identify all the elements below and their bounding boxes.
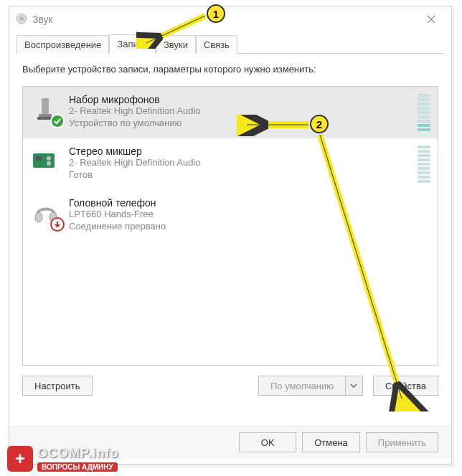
watermark-plus-icon: + xyxy=(7,446,33,472)
svg-point-9 xyxy=(35,212,42,222)
device-driver: 2- Realtek High Definition Audio xyxy=(69,157,412,169)
tab-playback[interactable]: Воспроизведение xyxy=(16,35,109,54)
svg-rect-6 xyxy=(36,156,42,161)
tab-recording[interactable]: Запись xyxy=(109,34,156,54)
svg-rect-3 xyxy=(39,114,52,117)
disconnected-badge-icon xyxy=(50,217,65,232)
device-buttons-row: Настроить По умолчанию Свойства xyxy=(22,376,438,396)
device-name: Головной телефон xyxy=(69,197,430,209)
device-name: Набор микрофонов xyxy=(69,94,412,105)
apply-button[interactable]: Применить xyxy=(366,432,438,452)
device-item-stereo-mix[interactable]: Стерео микшер 2- Realtek High Definition… xyxy=(23,138,438,190)
svg-point-8 xyxy=(47,161,51,166)
device-driver: 2- Realtek High Definition Audio xyxy=(69,105,412,118)
close-button[interactable] xyxy=(417,9,446,29)
instruction-text: Выберите устройство записи, параметры ко… xyxy=(22,64,438,75)
device-list: Набор микрофонов 2- Realtek High Definit… xyxy=(22,86,438,366)
sound-card-icon xyxy=(30,146,62,177)
svg-point-1 xyxy=(19,16,24,21)
annotation-badge-2: 2 xyxy=(310,115,329,133)
tab-content: Выберите устройство записи, параметры ко… xyxy=(9,54,451,404)
sound-settings-window: Звук Воспроизведение Запись Звуки Связь … xyxy=(9,6,452,465)
watermark-main: OCOMP.info xyxy=(37,446,119,461)
titlebar: Звук xyxy=(9,6,451,32)
device-status: Готов xyxy=(69,169,412,181)
device-item-headset[interactable]: Головной телефон LPT660 Hands-Free Соеди… xyxy=(23,190,438,240)
svg-point-7 xyxy=(47,156,51,161)
device-status: Устройство по умолчанию xyxy=(69,118,412,130)
tab-communications[interactable]: Связь xyxy=(196,35,237,54)
svg-rect-2 xyxy=(42,98,49,114)
tab-sounds[interactable]: Звуки xyxy=(156,35,196,54)
set-default-dropdown-icon[interactable] xyxy=(346,376,363,396)
mic-array-icon xyxy=(30,94,62,125)
level-meter xyxy=(418,94,430,131)
tab-row: Воспроизведение Запись Звуки Связь xyxy=(9,32,451,54)
set-default-button[interactable]: По умолчанию xyxy=(258,376,346,396)
speaker-icon xyxy=(15,12,28,27)
configure-button[interactable]: Настроить xyxy=(22,376,93,396)
watermark-sub: ВОПРОСЫ АДМИНУ xyxy=(37,462,118,472)
level-meter xyxy=(418,146,430,183)
ok-button[interactable]: OK xyxy=(239,432,296,452)
device-driver: LPT660 Hands-Free xyxy=(69,209,430,221)
cancel-button[interactable]: Отмена xyxy=(302,432,360,452)
headset-icon xyxy=(30,197,62,229)
watermark: + OCOMP.info ВОПРОСЫ АДМИНУ xyxy=(7,446,119,472)
device-name: Стерео микшер xyxy=(69,146,412,157)
device-item-mic-array[interactable]: Набор микрофонов 2- Realtek High Definit… xyxy=(23,87,438,138)
default-badge-icon xyxy=(50,114,65,128)
window-title: Звук xyxy=(32,14,53,25)
properties-button[interactable]: Свойства xyxy=(373,376,438,396)
device-status: Соединение прервано xyxy=(69,221,430,233)
annotation-badge-1: 1 xyxy=(207,4,225,23)
